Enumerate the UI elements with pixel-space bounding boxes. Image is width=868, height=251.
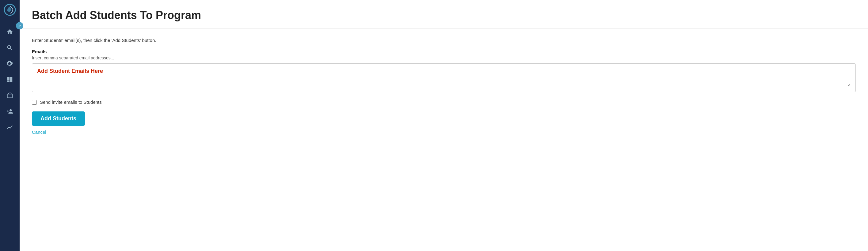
emails-field-group: Emails Insert comma separated email addr…	[32, 49, 856, 92]
page-content: Enter Students' email(s), then click the…	[20, 29, 868, 144]
sidebar-item-search[interactable]	[0, 40, 20, 55]
sidebar-item-briefcase[interactable]	[0, 88, 20, 103]
chart-icon	[6, 124, 13, 131]
page-title: Batch Add Students To Program	[32, 8, 856, 22]
sidebar-item-clinical[interactable]	[0, 56, 20, 71]
emails-label: Emails	[32, 49, 856, 54]
sidebar-item-reports[interactable]	[0, 120, 20, 135]
sidebar-nav	[0, 25, 20, 135]
search-icon	[6, 44, 13, 51]
page-header: Batch Add Students To Program	[20, 0, 868, 29]
stethoscope-icon	[6, 60, 13, 67]
send-invite-checkbox[interactable]	[32, 100, 37, 105]
sidebar-toggle[interactable]: >	[16, 22, 23, 29]
emails-hint: Insert comma separated email addresses..…	[32, 56, 856, 60]
home-icon	[6, 29, 13, 35]
dashboard-icon	[6, 76, 13, 83]
add-user-icon	[6, 108, 13, 115]
send-invite-label[interactable]: Send invite emails to Students	[40, 100, 102, 105]
email-textarea[interactable]	[37, 68, 850, 86]
sidebar-item-dashboard[interactable]	[0, 72, 20, 87]
cancel-link[interactable]: Cancel	[32, 130, 856, 135]
instruction-text: Enter Students' email(s), then click the…	[32, 38, 856, 43]
add-students-button[interactable]: Add Students	[32, 111, 85, 126]
sidebar-item-add-user[interactable]	[0, 104, 20, 119]
main-wrapper: Batch Add Students To Program Enter Stud…	[20, 0, 868, 251]
send-invite-row: Send invite emails to Students	[32, 100, 856, 105]
logo	[0, 0, 20, 20]
sidebar: >	[0, 0, 20, 251]
briefcase-icon	[6, 92, 13, 99]
email-textarea-wrapper	[32, 63, 856, 92]
